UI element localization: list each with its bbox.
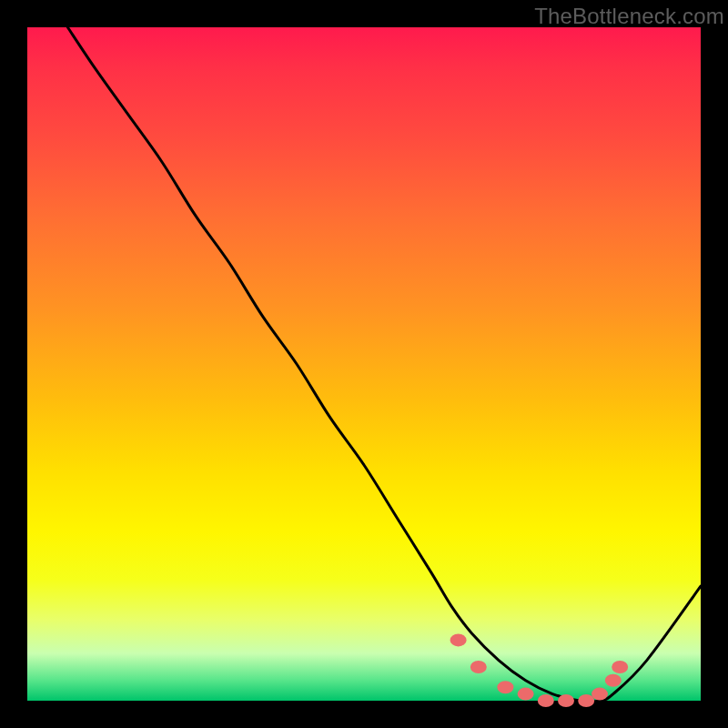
curve-marker bbox=[578, 694, 594, 707]
curve-svg bbox=[27, 27, 701, 701]
curve-marker bbox=[592, 688, 608, 701]
curve-marker bbox=[538, 694, 554, 707]
bottleneck-curve bbox=[67, 27, 701, 702]
curve-marker bbox=[605, 674, 622, 687]
chart-stage: TheBottleneck.com bbox=[0, 0, 728, 728]
watermark-text: TheBottleneck.com bbox=[534, 4, 724, 29]
curve-marker bbox=[558, 694, 574, 707]
curve-marker bbox=[612, 661, 628, 673]
marker-group bbox=[450, 633, 629, 707]
curve-marker bbox=[497, 681, 513, 693]
plot-area bbox=[27, 27, 701, 701]
curve-marker bbox=[518, 688, 534, 701]
curve-marker bbox=[470, 661, 487, 673]
curve-marker bbox=[450, 633, 467, 646]
